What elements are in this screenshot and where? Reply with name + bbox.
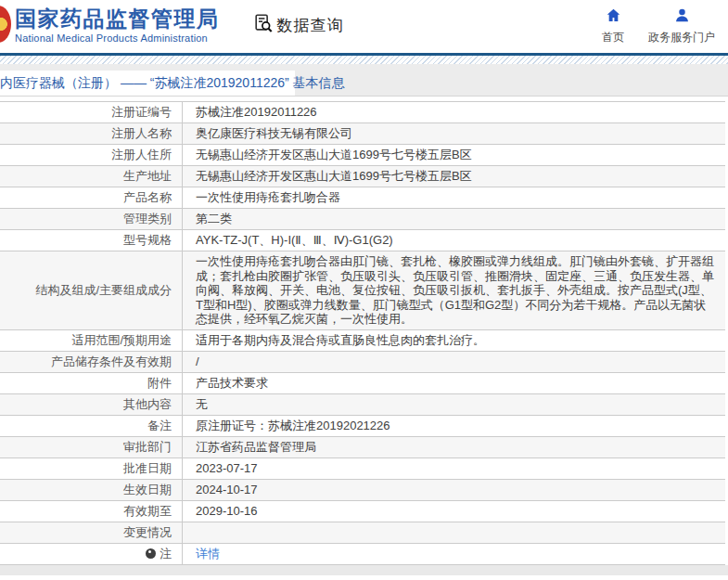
row-label-cell: 其他内容 — [0, 394, 183, 415]
row-label: 注册证编号 — [111, 104, 172, 121]
breadcrumb-tab: 内医疗器械（注册） —— “苏械注准20192011226” 基本信息 — [0, 71, 295, 96]
table-row: 生产地址 无锡惠山经济开发区惠山大道1699号七号楼五层B区 — [0, 166, 725, 187]
nmpa-logo[interactable]: 国家药品监督管理局 National Medical Products Admi… — [15, 6, 220, 44]
data-query-tab[interactable]: 数据查询 — [253, 13, 344, 37]
row-label: 注册人名称 — [111, 125, 172, 142]
row-label-cell: 附件 — [0, 373, 183, 393]
table-row: 注册证编号 苏械注准20192011226 — [0, 102, 725, 123]
table-row: 批准日期 2023-07-17 — [0, 458, 725, 480]
hatch-band — [0, 56, 728, 64]
row-value: 无 — [183, 394, 725, 415]
row-label: 产品储存条件及有效期 — [51, 354, 172, 370]
row-label: 适用范围/预期用途 — [71, 332, 172, 349]
row-label: 结构及组成/主要组成成分 — [35, 282, 172, 299]
table-row: 管理类别 第二类 — [0, 209, 725, 230]
page-header: 国家药品监督管理局 National Medical Products Admi… — [0, 0, 728, 53]
table-row: 产品名称 一次性使用痔疮套扎吻合器 — [0, 187, 725, 209]
row-label: 注 — [160, 546, 172, 562]
row-label: 型号规格 — [123, 232, 172, 249]
table-row: 注册人名称 奥亿康医疗科技无锡有限公司 — [0, 123, 725, 145]
row-value: 一次性使用痔疮套扎吻合器 — [183, 187, 725, 208]
home-icon — [606, 7, 621, 27]
table-row: 其他内容 无 — [0, 394, 725, 416]
data-query-label: 数据查询 — [277, 15, 344, 36]
detail-link[interactable]: 详情 — [196, 547, 220, 561]
row-label-cell: 批准日期 — [0, 458, 183, 479]
row-value: 奥亿康医疗科技无锡有限公司 — [183, 123, 725, 144]
row-label-cell: 生效日期 — [0, 480, 183, 500]
row-label-cell: 管理类别 — [0, 209, 183, 229]
row-label: 管理类别 — [123, 211, 172, 227]
row-label: 备注 — [147, 418, 172, 434]
row-label: 生产地址 — [123, 168, 172, 185]
row-value: 无锡惠山经济开发区惠山大道1699号七号楼五层B区 — [183, 166, 725, 187]
row-value: 第二类 — [183, 209, 725, 229]
row-label: 审批部门 — [123, 439, 172, 456]
row-label-cell: 注 — [0, 544, 183, 564]
table-row: 变更情况 — [0, 522, 725, 544]
row-label-cell: 生产地址 — [0, 166, 183, 187]
table-row: 注册人住所 无锡惠山经济开发区惠山大道1699号七号楼五层B区 — [0, 145, 725, 166]
row-label-cell: 注册人住所 — [0, 145, 183, 165]
nav-portal-label: 政务服务门户 — [648, 30, 715, 45]
row-label-cell: 备注 — [0, 416, 183, 436]
row-label-cell: 产品名称 — [0, 187, 183, 208]
breadcrumb: 内医疗器械（注册） —— “苏械注准20192011226” 基本信息 — [0, 75, 345, 92]
national-emblem-icon — [0, 6, 11, 43]
nav-home-label: 首页 — [602, 30, 624, 45]
row-value: 原注册证号：苏械注准20192021226 — [183, 416, 725, 436]
user-icon — [674, 7, 690, 27]
table-row: 注 详情 — [0, 544, 725, 565]
row-label: 有效期至 — [123, 503, 172, 520]
row-label: 批准日期 — [123, 460, 172, 477]
row-label: 附件 — [147, 375, 172, 392]
table-row: 结构及组成/主要组成成分 一次性使用痔疮套扎吻合器由肛门镜、套扎枪、橡胶圈或弹力… — [0, 251, 725, 330]
table-row: 适用范围/预期用途 适用于各期内痔及混合痔或直肠良性息肉的套扎治疗。 — [0, 330, 725, 352]
row-label: 其他内容 — [123, 396, 172, 413]
footer-strip — [0, 565, 728, 575]
row-value: / — [183, 352, 725, 372]
row-value: 产品技术要求 — [183, 373, 725, 393]
row-label: 产品名称 — [123, 189, 172, 206]
row-value: 2023-07-17 — [183, 458, 725, 479]
row-value: 2029-10-16 — [183, 501, 725, 522]
note-icon — [146, 548, 156, 559]
row-value: 江苏省药品监督管理局 — [183, 437, 725, 458]
row-label-cell: 产品储存条件及有效期 — [0, 352, 183, 372]
row-label-cell: 有效期至 — [0, 501, 183, 522]
row-label-cell: 适用范围/预期用途 — [0, 330, 183, 351]
document-search-icon — [253, 13, 274, 37]
nav-item-portal[interactable]: 政务服务门户 — [648, 7, 715, 45]
row-value: 适用于各期内痔及混合痔或直肠良性息肉的套扎治疗。 — [183, 330, 725, 351]
row-label: 生效日期 — [123, 482, 172, 498]
row-label-cell: 注册人名称 — [0, 123, 183, 144]
row-value: 一次性使用痔疮套扎吻合器由肛门镜、套扎枪、橡胶圈或弹力线组成。肛门镜由外套镜、扩… — [183, 251, 725, 329]
title-bar: 内医疗器械（注册） —— “苏械注准20192011226” 基本信息 — [0, 64, 728, 97]
row-label: 变更情况 — [123, 524, 172, 541]
row-label-cell: 注册证编号 — [0, 102, 183, 122]
row-label-cell: 结构及组成/主要组成成分 — [0, 251, 183, 329]
row-value: 苏械注准20192011226 — [183, 102, 725, 122]
table-row: 产品储存条件及有效期 / — [0, 352, 725, 373]
row-value: 详情 — [183, 544, 725, 564]
row-value: 2024-10-17 — [183, 480, 725, 500]
row-value: AYK-TZ-J(T、H)-I(Ⅱ、Ⅲ、Ⅳ)-G1(G2) — [183, 230, 725, 251]
nav-item-home[interactable]: 首页 — [602, 7, 624, 45]
info-table: 注册证编号 苏械注准20192011226 注册人名称 奥亿康医疗科技无锡有限公… — [0, 101, 725, 565]
table-row: 有效期至 2029-10-16 — [0, 501, 725, 522]
table-row: 审批部门 江苏省药品监督管理局 — [0, 437, 725, 458]
logo-title: 国家药品监督管理局 — [15, 6, 220, 31]
row-label-cell: 审批部门 — [0, 437, 183, 458]
row-value: 无锡惠山经济开发区惠山大道1699号七号楼五层B区 — [183, 145, 725, 165]
table-row: 备注 原注册证号：苏械注准20192021226 — [0, 416, 725, 437]
row-label-cell: 型号规格 — [0, 230, 183, 251]
header-nav: 首页 政务服务门户 — [602, 7, 715, 45]
row-label-cell: 变更情况 — [0, 522, 183, 543]
logo-subtitle: National Medical Products Administration — [15, 32, 220, 44]
row-value — [183, 530, 725, 535]
table-row: 附件 产品技术要求 — [0, 373, 725, 394]
table-row: 生效日期 2024-10-17 — [0, 480, 725, 501]
row-label: 注册人住所 — [111, 147, 172, 163]
table-row: 型号规格 AYK-TZ-J(T、H)-I(Ⅱ、Ⅲ、Ⅳ)-G1(G2) — [0, 230, 725, 251]
